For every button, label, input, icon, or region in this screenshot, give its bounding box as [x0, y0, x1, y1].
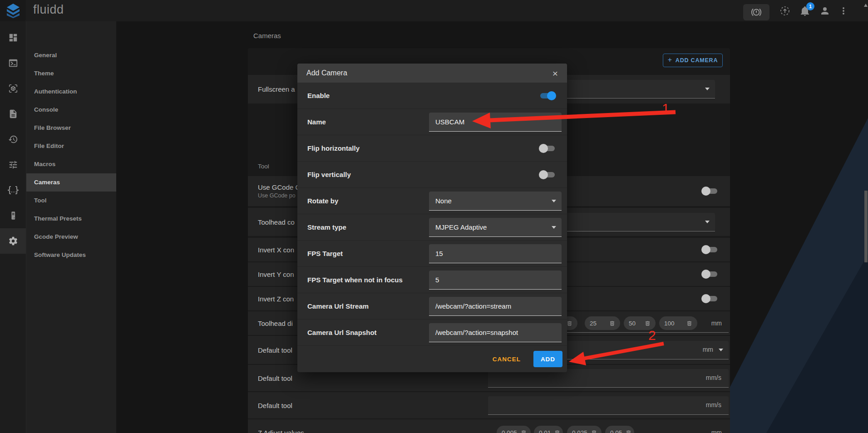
fluidd-logo-icon	[6, 4, 20, 18]
notification-badge: 1	[806, 2, 814, 10]
distance-chip[interactable]: 50	[624, 316, 656, 330]
field-label: FPS Target when not in focus	[307, 276, 429, 284]
rail-item-preview[interactable]	[0, 76, 26, 101]
unit-label: mm	[711, 429, 722, 433]
emergency-stop-button[interactable]	[743, 4, 769, 20]
settings-nav: General Theme Authentication Console Fil…	[26, 21, 116, 433]
rail-item-console[interactable]	[0, 50, 26, 76]
enable-toggle[interactable]	[539, 91, 556, 100]
flip-vertical-toggle[interactable]	[539, 170, 556, 179]
setting-label: Fullscreen a	[258, 85, 295, 93]
field-row-name: Name USBCAM	[297, 109, 567, 135]
trash-icon[interactable]	[626, 430, 631, 433]
sidebar-item-software-updates[interactable]: Software Updates	[26, 246, 116, 264]
app-logo[interactable]	[0, 0, 26, 21]
trash-icon[interactable]	[554, 430, 560, 433]
setting-label: Invert X con	[258, 246, 294, 254]
overflow-menu-button[interactable]	[836, 5, 851, 17]
printer-tower-icon	[8, 211, 18, 221]
rail-item-settings[interactable]	[0, 228, 26, 254]
rail-item-history[interactable]	[0, 127, 26, 152]
rail-item-dashboard[interactable]	[0, 25, 26, 50]
field-label: Flip vertically	[307, 171, 539, 178]
camera-url-snapshot-input[interactable]: /webcam/?action=snapshot	[429, 323, 562, 342]
field-label: FPS Target	[307, 250, 429, 257]
distance-chip[interactable]: 25	[585, 316, 620, 330]
sidebar-item-file-editor[interactable]: File Editor	[26, 137, 116, 155]
invert-z-toggle[interactable]	[701, 294, 719, 303]
rail-item-files[interactable]	[0, 101, 26, 127]
rail-item-macros[interactable]	[0, 177, 26, 203]
unit-label: mm	[711, 320, 722, 327]
camera-url-stream-input[interactable]: /webcam/?action=stream	[429, 297, 562, 316]
sidebar-item-theme[interactable]: Theme	[26, 64, 116, 83]
chevron-down-icon	[705, 88, 710, 90]
estop-icon	[751, 7, 762, 18]
sidebar-item-gcode-preview[interactable]: Gcode Preview	[26, 228, 116, 246]
fps-target-input[interactable]: 15	[429, 244, 562, 263]
cancel-button[interactable]: CANCEL	[490, 355, 523, 363]
distance-chip[interactable]: 100	[659, 316, 697, 330]
kebab-menu-icon	[838, 5, 849, 16]
scrollbar-up-arrow[interactable]	[864, 4, 868, 7]
rail-item-printer[interactable]	[0, 203, 26, 228]
sidebar-item-general[interactable]: General	[26, 46, 116, 64]
close-icon[interactable]: ×	[552, 69, 558, 78]
trash-icon[interactable]	[609, 320, 615, 326]
z-adjust-chip[interactable]: 0.005	[497, 426, 531, 433]
dashboard-icon	[8, 33, 18, 43]
sidebar-item-thermal-presets[interactable]: Thermal Presets	[26, 210, 116, 228]
icon-rail	[0, 21, 26, 433]
chip-value: 25	[590, 320, 597, 327]
trash-icon[interactable]	[567, 320, 572, 326]
plus-icon: +	[668, 56, 672, 64]
person-icon	[819, 5, 830, 16]
user-button[interactable]	[818, 5, 832, 17]
z-adjust-chip[interactable]: 0.01	[534, 426, 563, 433]
sidebar-item-console[interactable]: Console	[26, 101, 116, 119]
invert-x-toggle[interactable]	[701, 245, 719, 254]
add-button[interactable]: ADD	[533, 351, 562, 367]
unit-label: mm/s	[706, 401, 721, 408]
sidebar-item-file-browser[interactable]: File Browser	[26, 119, 116, 137]
flip-horizontal-toggle[interactable]	[539, 144, 556, 153]
z-adjust-chip[interactable]: 0.05	[605, 426, 634, 433]
update-status-button[interactable]	[778, 5, 792, 17]
trash-icon[interactable]	[645, 320, 651, 326]
sidebar-item-macros[interactable]: Macros	[26, 155, 116, 173]
field-row-flip-horizontally: Flip horizontally	[297, 135, 567, 162]
stream-type-select[interactable]: MJPEG Adaptive	[429, 218, 562, 237]
console-icon	[8, 58, 18, 68]
fps-unfocused-input[interactable]: 5	[429, 271, 562, 290]
z-adjust-chip[interactable]: 0.025	[567, 426, 602, 433]
invert-y-toggle[interactable]	[701, 270, 719, 279]
trash-icon[interactable]	[591, 430, 597, 433]
file-document-icon	[8, 109, 18, 119]
scrollbar-thumb[interactable]	[864, 191, 868, 262]
field-label: Camera Url Stream	[307, 302, 429, 310]
setting-row-default-tool-speed-2: Default tool mm/s	[248, 392, 730, 418]
sidebar-item-cameras[interactable]: Cameras	[26, 173, 116, 192]
default-tool-field[interactable]: mm/s	[488, 396, 729, 415]
rail-item-tune[interactable]	[0, 152, 26, 177]
history-icon	[8, 134, 18, 144]
name-input[interactable]: USBCAM	[429, 113, 562, 132]
field-label: Name	[307, 118, 429, 126]
unit-label: mm/s	[706, 374, 721, 381]
use-gcode-toggle[interactable]	[701, 187, 719, 196]
chip-value: 0.025	[572, 429, 587, 433]
page-title: Cameras	[253, 32, 281, 39]
select-value: MJPEG Adaptive	[435, 223, 487, 231]
chip-value: 0.005	[502, 429, 517, 433]
sidebar-item-tool[interactable]: Tool	[26, 192, 116, 210]
field-label: Camera Url Snapshot	[307, 329, 429, 336]
rotate-by-select[interactable]: None	[429, 192, 562, 211]
trash-icon[interactable]	[686, 320, 692, 326]
sidebar-item-authentication[interactable]: Authentication	[26, 83, 116, 101]
field-label: Rotate by	[307, 197, 429, 205]
trash-icon[interactable]	[521, 430, 527, 433]
setting-label: Invert Y con	[258, 271, 294, 278]
field-label: Flip horizontally	[307, 144, 539, 152]
field-row-fps-target: FPS Target 15	[297, 241, 567, 267]
add-camera-button[interactable]: + ADD CAMERA	[663, 54, 723, 67]
